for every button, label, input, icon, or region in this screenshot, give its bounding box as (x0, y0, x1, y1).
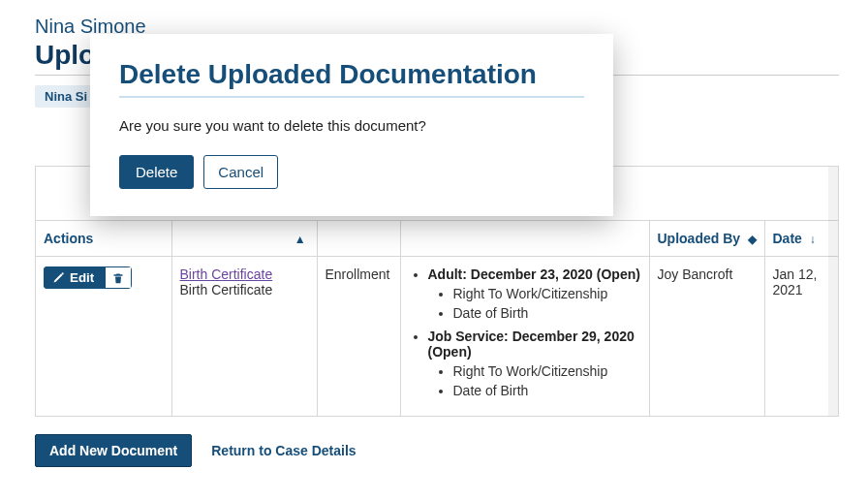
th-actions-label: Actions (44, 231, 93, 246)
upload-date: Jan 12, 2021 (773, 266, 818, 297)
th-programs[interactable] (400, 221, 649, 257)
delete-confirm-modal: Delete Uploaded Documentation Are you su… (90, 34, 613, 216)
program-title: Adult: December 23, 2020 (Open) (428, 266, 640, 282)
sort-desc-icon: ↓ (810, 233, 816, 246)
modal-body: Are you sure you want to delete this doc… (119, 117, 584, 134)
trash-icon (112, 272, 124, 284)
program-item: Date of Birth (453, 383, 641, 398)
sort-icon: ▲ (294, 233, 306, 246)
th-uploadedby[interactable]: Uploaded By ◆ (649, 221, 764, 257)
confirm-delete-button[interactable]: Delete (119, 155, 194, 189)
th-uploadedby-label: Uploaded By (658, 231, 741, 246)
row-actions: Edit (44, 266, 132, 289)
sort-icon: ◆ (748, 233, 757, 246)
th-type[interactable]: Type (317, 221, 400, 257)
program-item: Date of Birth (453, 305, 641, 321)
uploaded-by: Joy Bancroft (658, 266, 733, 282)
person-tag[interactable]: Nina Si (35, 85, 97, 108)
program-title: Job Service: December 29, 2020 (Open) (428, 329, 635, 360)
cancel-button[interactable]: Cancel (203, 155, 278, 189)
document-type: Enrollment (326, 266, 390, 282)
return-link[interactable]: Return to Case Details (211, 443, 356, 458)
th-docname[interactable]: Document Name ▲ (171, 221, 317, 257)
th-actions[interactable]: Actions (36, 221, 171, 257)
modal-title: Delete Uploaded Documentation (119, 59, 584, 98)
document-link[interactable]: Birth Certificate (180, 266, 273, 282)
program-item: Right To Work/Citizenship (453, 363, 641, 379)
programs-list: Adult: December 23, 2020 (Open) Right To… (409, 266, 641, 398)
th-date-label: Date (773, 231, 802, 246)
delete-row-button[interactable] (105, 266, 132, 289)
add-document-button[interactable]: Add New Document (35, 434, 192, 467)
table-row: Edit Birth Certificate Birth Certificate… (36, 257, 839, 417)
documents-table: Actions Document Name ▲ Type Uploaded By… (36, 221, 839, 416)
pencil-icon (52, 272, 64, 284)
th-date[interactable]: Date ↓ (764, 221, 839, 257)
edit-button-label: Edit (70, 270, 94, 285)
document-subtext: Birth Certificate (180, 282, 273, 297)
edit-button[interactable]: Edit (44, 266, 105, 289)
program-item: Right To Work/Citizenship (453, 286, 641, 301)
